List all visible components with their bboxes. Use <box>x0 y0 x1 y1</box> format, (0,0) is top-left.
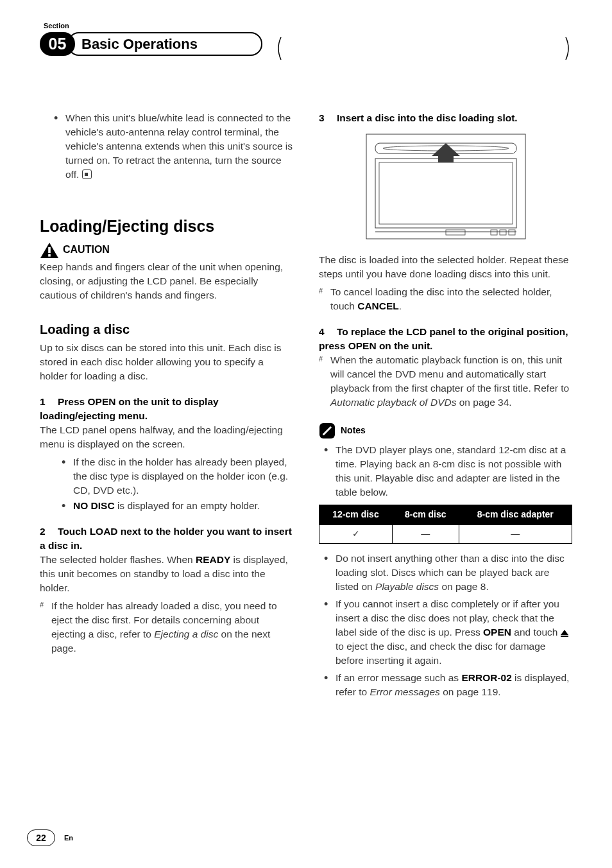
svg-rect-8 <box>446 230 465 235</box>
heading-loading-ejecting: Loading/Ejecting discs <box>40 215 293 238</box>
step-4-note: When the automatic playback function is … <box>319 353 572 410</box>
step-1-lead: 1Press OPEN on the unit to display loadi… <box>40 395 293 423</box>
svg-rect-1 <box>48 254 51 257</box>
end-of-section-icon <box>82 169 92 179</box>
svg-rect-0 <box>48 247 51 253</box>
svg-rect-6 <box>379 162 513 224</box>
notes-label: Notes <box>341 424 366 437</box>
step-4-title: To replace the LCD panel to the original… <box>319 326 568 351</box>
step-2-body: The selected holder flashes. When READY … <box>40 553 293 595</box>
step-2-title: Touch LOAD next to the holder you want t… <box>40 526 292 551</box>
th-12cm: 12-cm disc <box>319 505 393 525</box>
pencil-note-icon <box>319 422 336 439</box>
cancel-note: To cancel loading the disc into the sele… <box>319 285 572 313</box>
step-4-note-pre: When the automatic playback function is … <box>330 354 569 394</box>
nb4-pre: If an error message such as <box>336 672 461 683</box>
caution-body: Keep hands and fingers clear of the unit… <box>40 260 293 302</box>
th-8cm-adapter: 8-cm disc adapter <box>459 505 572 525</box>
eject-icon <box>561 630 568 635</box>
step-1-body: The LCD panel opens halfway, and the loa… <box>40 423 293 451</box>
step-2-lead: 2Touch LOAD next to the holder you want … <box>40 525 293 553</box>
step-2-note: If the holder has already loaded a disc,… <box>40 599 293 655</box>
section-number-pill: 05 <box>40 32 75 56</box>
disc-slot-illustration <box>362 130 529 243</box>
nb2-post: on page 8. <box>439 581 489 592</box>
td-8cm-adapter: — <box>459 525 572 543</box>
td-12cm: ✓ <box>319 525 393 543</box>
step-1-bullet-2: NO DISC is displayed for an empty holder… <box>62 499 293 513</box>
note-bullet-3: If you cannot insert a disc completely o… <box>324 597 572 668</box>
step-1-bullet-1: If the disc in the holder has already be… <box>62 455 293 498</box>
note-bullet-4: If an error message such as ERROR-02 is … <box>324 671 572 699</box>
step-3-body: The disc is loaded into the selected hol… <box>319 253 572 281</box>
no-disc-label: NO DISC <box>73 500 115 511</box>
td-8cm: — <box>393 525 459 543</box>
caution-label: CAUTION <box>63 243 110 257</box>
auto-playback-ref: Automatic playback of DVDs <box>330 397 456 408</box>
chapter-title: Basic Operations <box>81 36 198 53</box>
warning-triangle-icon <box>40 242 59 259</box>
section-label: Section <box>44 22 572 30</box>
step-3-title: Insert a disc into the disc loading slot… <box>337 112 518 123</box>
svg-rect-5 <box>375 159 516 228</box>
antenna-note-text: When this unit's blue/white lead is conn… <box>65 112 293 180</box>
step-4-note-post: on page 34. <box>456 397 511 408</box>
step-2-body-pre: The selected holder flashes. When <box>40 554 196 565</box>
nb4-post: on page 119. <box>440 686 501 697</box>
step-3-lead: 3Insert a disc into the disc loading slo… <box>319 111 572 125</box>
nb3-post: to eject the disc, and check the disc fo… <box>336 641 545 666</box>
nb3-mid: and touch <box>511 627 561 638</box>
page-number: 22 <box>27 829 55 846</box>
svg-rect-11 <box>509 230 515 235</box>
step-4-lead: 4To replace the LCD panel to the origina… <box>319 325 572 353</box>
ejecting-a-disc-ref: Ejecting a disc <box>154 629 218 639</box>
step-3-number: 3 <box>319 111 337 125</box>
disc-compat-table: 12-cm disc 8-cm disc 8-cm disc adapter ✓… <box>319 505 572 544</box>
note-bullet-1: The DVD player plays one, standard 12-cm… <box>324 443 572 499</box>
playable-discs-ref: Playable discs <box>375 581 439 592</box>
cancel-note-post: . <box>399 300 402 311</box>
note-bullet-2: Do not insert anything other than a disc… <box>324 551 572 594</box>
language-label: En <box>64 834 73 842</box>
chapter-title-capsule: Basic Operations <box>67 32 262 56</box>
loading-intro: Up to six discs can be stored into this … <box>40 341 293 383</box>
step-4-number: 4 <box>319 325 337 339</box>
svg-rect-10 <box>500 230 506 235</box>
error-02-label: ERROR-02 <box>461 672 511 683</box>
page-footer: 22 En <box>27 829 73 846</box>
step-2-number: 2 <box>40 525 58 539</box>
th-8cm: 8-cm disc <box>393 505 459 525</box>
right-column: 3Insert a disc into the disc loading slo… <box>319 111 572 702</box>
ready-label: READY <box>196 554 230 565</box>
header-right-outline <box>276 37 571 60</box>
error-messages-ref: Error messages <box>370 686 439 697</box>
cancel-label: CANCEL <box>357 300 399 311</box>
antenna-note: When this unit's blue/white lead is conn… <box>54 111 293 182</box>
left-column: When this unit's blue/white lead is conn… <box>40 111 293 702</box>
open-label: OPEN <box>483 627 511 638</box>
step-1-bullet-2-tail: is displayed for an empty holder. <box>115 500 260 511</box>
step-1-number: 1 <box>40 395 58 409</box>
notes-header: Notes <box>319 422 572 439</box>
svg-rect-9 <box>491 230 497 235</box>
step-1-title: Press OPEN on the unit to display loadin… <box>40 396 219 421</box>
caution-header: CAUTION <box>40 242 293 259</box>
heading-loading-a-disc: Loading a disc <box>40 320 293 338</box>
